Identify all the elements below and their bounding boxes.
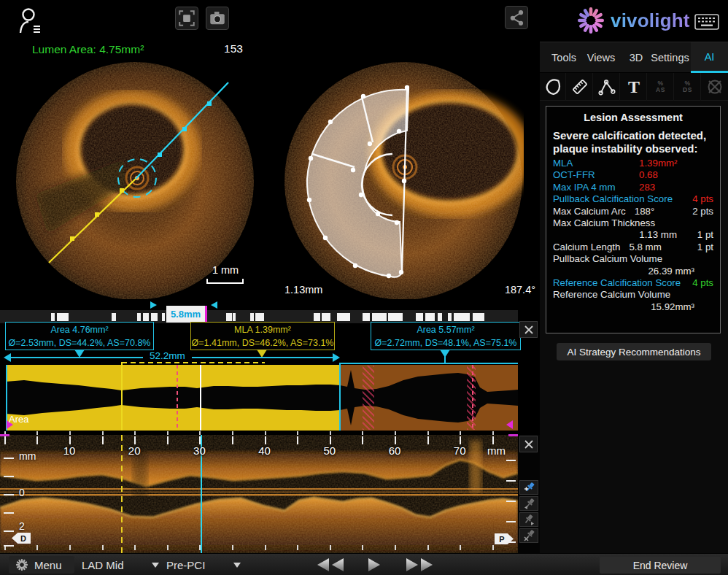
share-button[interactable] bbox=[505, 6, 528, 29]
percent-as-tool-button[interactable]: %AS bbox=[648, 73, 674, 101]
ai-strategy-button[interactable]: AI Strategy Recommendations bbox=[557, 343, 711, 360]
tab-3d[interactable]: 3D bbox=[621, 42, 651, 73]
lesion-text: Reference Calcium Volume bbox=[553, 289, 670, 301]
distal-reference-callout[interactable]: Area 4.76mm² Ø=2.53mm, DS=44.2%, AS=70.8… bbox=[5, 322, 154, 350]
clear-icon bbox=[706, 78, 724, 96]
frame-number: 153 bbox=[217, 42, 249, 55]
ruler-label-30: 30 bbox=[193, 444, 206, 457]
oct-cross-section-right[interactable] bbox=[283, 61, 524, 301]
ruler-tick bbox=[492, 436, 494, 444]
tab-views[interactable]: Views bbox=[582, 42, 620, 73]
pullback-select[interactable]: LAD Mid bbox=[82, 556, 159, 574]
ruler-tick bbox=[36, 436, 38, 444]
close-icon bbox=[524, 325, 533, 334]
add-pin-button[interactable] bbox=[519, 480, 538, 495]
mla-callout[interactable]: MLA 1.39mm² Ø=1.41mm, DS=46.2%, AS=73.1% bbox=[190, 322, 335, 350]
lesion-row: Pullback Calcium Volume bbox=[553, 253, 713, 265]
lesion-row: Calcium Length5.8 mm1 pt bbox=[553, 242, 713, 253]
clear-annotations-button[interactable] bbox=[702, 73, 728, 101]
pullback-select-value: LAD Mid bbox=[82, 559, 124, 571]
calcium-segment bbox=[416, 313, 423, 321]
lesion-rows: MLA1.39mm²OCT-FFR0.68Max IPA 4 mm283Pull… bbox=[553, 158, 713, 313]
callout-detail: Ø=2.72mm, DS=48.1%, AS=75.1% bbox=[371, 336, 520, 350]
text-tool-button[interactable]: T bbox=[621, 73, 647, 101]
tab-tools[interactable]: Tools bbox=[546, 42, 582, 73]
percent-ds-tool-button[interactable]: %DS bbox=[675, 73, 701, 101]
delete-pin-button[interactable] bbox=[519, 528, 538, 543]
lesion-text: OCT-FFR bbox=[553, 169, 639, 181]
lesion-text: 4 pts bbox=[687, 277, 713, 289]
camera-icon bbox=[208, 9, 227, 28]
snapshot-button[interactable] bbox=[206, 7, 229, 30]
calcium-extent-arrow-right bbox=[211, 301, 217, 309]
depth-tick-0: 0 bbox=[19, 487, 25, 498]
sidebar: vivolight ToolsViews3DSettingsAI bbox=[540, 0, 728, 553]
mla-cursor-line-lmode[interactable] bbox=[121, 435, 123, 553]
previous-pin-button[interactable] bbox=[519, 496, 538, 511]
trace-tool-button[interactable] bbox=[540, 73, 566, 101]
ruler-label-60: 60 bbox=[389, 444, 401, 457]
callout-title: MLA 1.39mm² bbox=[191, 323, 334, 336]
tab-settings[interactable]: Settings bbox=[649, 42, 691, 73]
play-button[interactable] bbox=[363, 556, 385, 574]
close-measure-panel-button[interactable] bbox=[519, 321, 538, 338]
lesion-text: 1 pt bbox=[687, 229, 713, 241]
lesion-row: Max IPA 4 mm283 bbox=[553, 182, 713, 193]
fullscreen-icon bbox=[177, 9, 196, 28]
phase-select[interactable]: Pre-PCI bbox=[166, 556, 241, 574]
ruler-tick bbox=[232, 436, 233, 444]
keyboard-icon[interactable] bbox=[694, 14, 719, 30]
mla-cursor-line[interactable] bbox=[121, 362, 123, 431]
lesion-assessment-panel: Lesion Assessment Severe calcification d… bbox=[546, 106, 721, 333]
end-review-button[interactable]: End Review bbox=[600, 557, 721, 574]
lesion-text: 15.92mm³ bbox=[651, 301, 694, 313]
ruler-tick-bottom bbox=[265, 545, 266, 550]
menu-label: Menu bbox=[34, 559, 62, 571]
calcium-segment bbox=[448, 313, 452, 321]
calcium-segment bbox=[57, 313, 69, 321]
ruler-tick-bottom bbox=[427, 545, 429, 550]
angle-icon bbox=[597, 77, 616, 96]
menu-button[interactable]: Menu bbox=[9, 556, 74, 574]
ruler-tick bbox=[297, 436, 298, 444]
fullscreen-button[interactable] bbox=[175, 7, 198, 30]
rewind-button[interactable] bbox=[314, 556, 347, 574]
ruler-tick-bottom bbox=[297, 545, 298, 550]
current-frame-cursor[interactable] bbox=[200, 365, 201, 431]
tab-ai[interactable]: AI bbox=[691, 42, 728, 73]
ruler-tick-bottom bbox=[362, 545, 363, 550]
profile-icon[interactable] bbox=[19, 6, 45, 38]
lmode-panel: mm mm 0 2 D P bbox=[0, 435, 540, 553]
proximal-reference-callout[interactable]: Area 5.57mm² Ø=2.72mm, DS=48.1%, AS=75.1… bbox=[371, 322, 521, 350]
fast-forward-button[interactable] bbox=[403, 556, 436, 574]
play-icon bbox=[368, 557, 381, 572]
rewind-icon bbox=[316, 557, 345, 572]
callout-detail: Ø=2.53mm, DS=44.2%, AS=70.8% bbox=[6, 336, 153, 350]
depth-dash bbox=[4, 512, 14, 514]
ruler-tick-bottom bbox=[395, 545, 396, 550]
lumen-area-graph[interactable] bbox=[6, 365, 518, 431]
lesion-row: Max Calcium Arc188°2 pts bbox=[553, 206, 713, 217]
depth-dash bbox=[4, 530, 14, 532]
depth-tick-2: 2 bbox=[19, 520, 25, 532]
angle-tool-button[interactable] bbox=[594, 73, 620, 101]
depth-dash bbox=[4, 494, 14, 495]
lesion-text: Pullback Calcification Score bbox=[553, 193, 673, 205]
next-pin-button[interactable] bbox=[519, 512, 538, 527]
lesion-text: 1 pt bbox=[687, 242, 713, 253]
ruler-tool-button[interactable] bbox=[567, 73, 593, 101]
lesion-row: MLA1.39mm² bbox=[553, 158, 713, 169]
next-pin-icon bbox=[522, 514, 535, 525]
calcium-segment bbox=[388, 313, 403, 321]
span-arrow-left bbox=[4, 353, 11, 362]
close-lmode-button[interactable] bbox=[519, 436, 538, 452]
oct-review-app: Lumen Area: 4.75mm² 153 bbox=[0, 0, 728, 575]
ruler-tick bbox=[362, 436, 363, 444]
ruler-tick-bottom bbox=[167, 545, 169, 550]
calcium-segment bbox=[51, 313, 55, 321]
scale-bar-label: 1 mm bbox=[207, 264, 244, 276]
phase-select-value: Pre-PCI bbox=[166, 559, 205, 571]
calcium-segment bbox=[162, 313, 165, 321]
depth-dash-right bbox=[506, 541, 516, 543]
ruler-tick-bottom bbox=[460, 545, 461, 550]
